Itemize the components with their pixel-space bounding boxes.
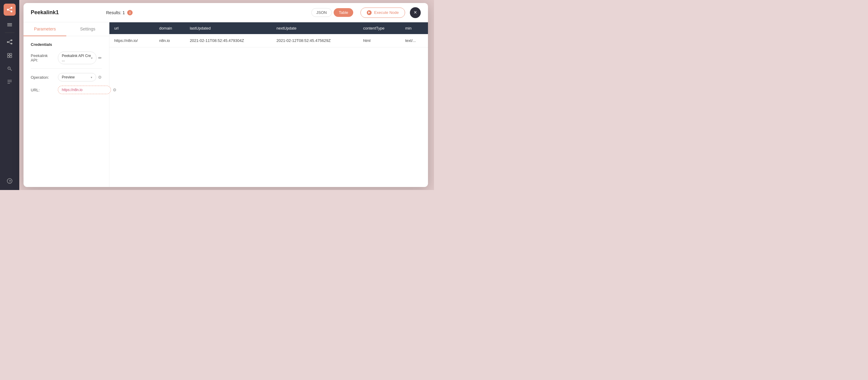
edit-icon[interactable]: ✏ xyxy=(98,56,102,60)
svg-rect-16 xyxy=(10,56,12,58)
svg-point-17 xyxy=(8,67,10,69)
table-body: https://n8n.io/ n8n.io 2021-02-11T08:52:… xyxy=(110,34,428,47)
svg-rect-6 xyxy=(7,24,12,25)
gear-icon-operation[interactable]: ⚙ xyxy=(98,75,102,80)
peekalink-api-control: Peekalink API Cre ... ▾ ✏ xyxy=(58,52,102,64)
peekalink-api-dropdown[interactable]: Peekalink API Cre ... ▾ xyxy=(58,52,96,64)
svg-line-3 xyxy=(8,8,11,10)
credentials-section-title: Credentials xyxy=(31,42,102,47)
cell-min: text/... xyxy=(400,34,428,47)
sidebar-bottom: ? xyxy=(4,176,15,186)
peekalink-api-field-row: Peekalink API: Peekalink API Cre ... ▾ ✏ xyxy=(31,52,102,64)
sidebar-item-executions[interactable] xyxy=(4,76,15,87)
svg-rect-5 xyxy=(7,23,12,24)
url-field-row: URL: ⚙ xyxy=(31,86,102,94)
cell-url: https://n8n.io/ xyxy=(110,34,154,47)
modal-header: Peekalink1 Results: 1 i JSON Table Execu… xyxy=(24,3,428,22)
right-panel: url domain lastUpdated nextUpdate conten… xyxy=(110,22,428,187)
sidebar-item-help[interactable]: ? xyxy=(4,176,15,186)
cell-nextUpdate: 2021-02-12T08:52:45.475629Z xyxy=(272,34,358,47)
tab-settings[interactable]: Settings xyxy=(66,22,109,36)
table-row: https://n8n.io/ n8n.io 2021-02-11T08:52:… xyxy=(110,34,428,47)
svg-line-12 xyxy=(9,42,10,44)
url-input[interactable] xyxy=(58,86,111,94)
url-label: URL: xyxy=(31,88,55,92)
svg-rect-15 xyxy=(7,56,9,58)
svg-rect-10 xyxy=(10,43,12,44)
info-icon[interactable]: i xyxy=(127,10,133,16)
peekalink-api-value: Peekalink API Cre ... xyxy=(62,54,91,62)
json-view-button[interactable]: JSON xyxy=(311,8,332,17)
operation-field-row: Operation: Preview ▾ ⚙ xyxy=(31,73,102,82)
svg-text:?: ? xyxy=(9,179,11,183)
left-panel: Parameters Settings Credentials Peekalin… xyxy=(24,22,110,187)
svg-rect-7 xyxy=(7,26,12,26)
col-min: min xyxy=(400,22,428,34)
svg-rect-9 xyxy=(10,39,12,41)
sidebar-toggle[interactable] xyxy=(5,21,14,29)
url-control: ⚙ xyxy=(58,86,117,94)
svg-marker-24 xyxy=(368,11,370,14)
close-icon: × xyxy=(414,9,417,16)
col-nextUpdate: nextUpdate xyxy=(272,22,358,34)
close-button[interactable]: × xyxy=(410,7,421,18)
operation-value: Preview xyxy=(62,75,75,79)
modal-body: Parameters Settings Credentials Peekalin… xyxy=(24,22,428,187)
col-url: url xyxy=(110,22,154,34)
execute-btn-label: Execute Node xyxy=(374,10,399,15)
operation-label: Operation: xyxy=(31,75,55,80)
cell-domain: n8n.io xyxy=(154,34,185,47)
operation-control: Preview ▾ ⚙ xyxy=(58,73,102,82)
execute-node-button[interactable]: Execute Node xyxy=(361,7,405,18)
svg-rect-14 xyxy=(10,53,12,55)
svg-line-11 xyxy=(9,40,10,42)
logo-icon xyxy=(6,6,13,13)
table-view-button[interactable]: Table xyxy=(334,8,353,17)
panel-content: Credentials Peekalink API: Peekalink API… xyxy=(24,36,109,187)
tab-parameters[interactable]: Parameters xyxy=(24,22,66,36)
view-toggle: JSON Table xyxy=(311,8,353,17)
operation-dropdown[interactable]: Preview ▾ xyxy=(58,73,96,82)
svg-rect-8 xyxy=(7,41,9,43)
svg-rect-13 xyxy=(7,53,9,55)
chevron-down-icon: ▾ xyxy=(91,56,93,60)
results-table-container[interactable]: url domain lastUpdated nextUpdate conten… xyxy=(110,22,428,187)
col-lastUpdated: lastUpdated xyxy=(185,22,272,34)
peekalink-api-label: Peekalink API: xyxy=(31,53,55,62)
table-header: url domain lastUpdated nextUpdate conten… xyxy=(110,22,428,34)
results-table: url domain lastUpdated nextUpdate conten… xyxy=(110,22,428,47)
sidebar-item-nodes[interactable] xyxy=(4,36,15,47)
sidebar-item-database[interactable] xyxy=(4,50,15,61)
svg-line-18 xyxy=(10,69,12,70)
app-logo xyxy=(4,4,16,16)
tabs-row: Parameters Settings xyxy=(24,22,109,36)
cell-lastUpdated: 2021-02-11T08:52:45.479304Z xyxy=(185,34,272,47)
svg-line-4 xyxy=(8,10,11,11)
play-icon xyxy=(367,10,372,15)
col-contentType: contentType xyxy=(358,22,401,34)
node-panel: Peekalink1 Results: 1 i JSON Table Execu… xyxy=(24,3,428,187)
chevron-down-icon-2: ▾ xyxy=(91,76,92,79)
results-label: Results: 1 xyxy=(106,10,125,15)
cell-contentType: html xyxy=(358,34,401,47)
col-domain: domain xyxy=(154,22,185,34)
node-title: Peekalink1 xyxy=(31,9,106,16)
results-area: Results: 1 i JSON Table Execute Node xyxy=(106,7,410,18)
sidebar-item-credentials[interactable] xyxy=(4,63,15,74)
sidebar: ? xyxy=(0,0,19,190)
separator-1 xyxy=(31,68,102,69)
